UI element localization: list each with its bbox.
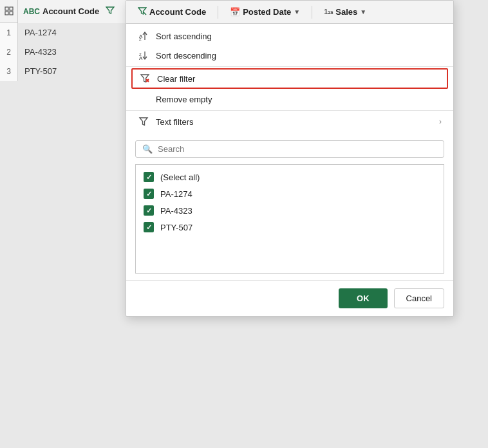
checklist-label-select-all: (Select all) — [160, 173, 200, 182]
cancel-button[interactable]: Cancel — [394, 288, 444, 308]
checkbox-pa1274[interactable] — [144, 189, 154, 199]
grid-header: ABC Account Code — [0, 0, 134, 23]
text-filters-item[interactable]: Text filters › — [126, 112, 453, 131]
chevron-down-icon-sales: ▼ — [360, 8, 366, 15]
sort-desc-label: Sort descending — [156, 51, 442, 61]
separator — [312, 6, 312, 19]
dropdown-col-account-code[interactable]: Account Code — [131, 6, 212, 17]
dropdown-col-sales[interactable]: 1₂₃ Sales ▼ — [317, 7, 373, 17]
row-number: 1 — [0, 23, 18, 42]
cell-account-code-2: PA-4323 — [18, 42, 134, 62]
sort-ascending-item[interactable]: A Z Sort ascending — [126, 26, 453, 46]
text-filters-label: Text filters — [156, 117, 433, 127]
table-row: 3 PTY-507 — [0, 62, 134, 81]
svg-rect-3 — [10, 12, 13, 15]
svg-line-4 — [144, 12, 146, 15]
spreadsheet: ABC Account Code 1 PA-1274 2 PA-4323 3 P… — [0, 0, 134, 81]
checklist-label-pa1274: PA-1274 — [160, 189, 192, 199]
svg-text:Z: Z — [139, 37, 142, 41]
clear-filter-label: Clear filter — [157, 74, 440, 84]
svg-rect-2 — [5, 12, 8, 15]
chevron-down-icon: ▼ — [294, 8, 300, 15]
column-header-label: Account Code — [42, 6, 99, 16]
dropdown-col-label-sales: Sales — [335, 7, 357, 17]
remove-empty-item[interactable]: Remove empty — [126, 90, 453, 109]
dropdown-col-posted-date[interactable]: 📅 Posted Date ▼ — [223, 7, 306, 17]
remove-empty-label: Remove empty — [138, 95, 442, 104]
dropdown-col-label-account-code: Account Code — [149, 7, 206, 17]
svg-rect-1 — [10, 7, 13, 10]
checkbox-select-all[interactable] — [144, 172, 154, 182]
svg-rect-0 — [5, 7, 8, 10]
separator — [218, 6, 218, 19]
table-row: 2 PA-4323 — [0, 42, 134, 62]
menu-items: A Z Sort ascending Z A — [126, 24, 453, 134]
cell-account-code-3: PTY-507 — [18, 62, 134, 81]
checkbox-pty507[interactable] — [144, 222, 154, 232]
svg-text:A: A — [139, 55, 143, 61]
number-icon: 1₂₃ — [324, 8, 333, 16]
search-area: 🔍 — [126, 134, 453, 160]
filter-icon — [138, 6, 147, 17]
sort-desc-icon: Z A — [138, 50, 149, 61]
checklist-label-pa4323: PA-4323 — [160, 206, 192, 216]
column-header-account-code[interactable]: ABC Account Code — [18, 0, 134, 23]
filter-button-account-code[interactable] — [104, 6, 116, 17]
dropdown-header: Account Code 📅 Posted Date ▼ 1₂₃ Sales ▼ — [126, 1, 453, 24]
sort-asc-label: Sort ascending — [156, 32, 442, 41]
checklist-item-pty507[interactable]: PTY-507 — [136, 219, 444, 236]
checklist-item-pa4323[interactable]: PA-4323 — [136, 202, 444, 219]
text-filters-icon — [138, 117, 149, 127]
clear-filter-item[interactable]: Clear filter — [131, 68, 448, 89]
search-box[interactable]: 🔍 — [135, 140, 444, 158]
checklist-label-pty507: PTY-507 — [160, 223, 192, 232]
text-icon: ABC — [23, 7, 40, 16]
search-icon: 🔍 — [142, 144, 153, 154]
footer: OK Cancel — [126, 280, 453, 316]
cell-account-code-1: PA-1274 — [18, 23, 134, 42]
table-row: 1 PA-1274 — [0, 23, 134, 42]
grid-corner-icon — [0, 0, 18, 23]
checklist-item-pa1274[interactable]: PA-1274 — [136, 185, 444, 202]
ok-button[interactable]: OK — [339, 288, 388, 308]
menu-divider-2 — [126, 110, 453, 111]
dropdown-col-label-posted-date: Posted Date — [243, 7, 291, 17]
checklist-item-select-all[interactable]: (Select all) — [136, 169, 444, 185]
row-number: 2 — [0, 42, 18, 62]
checklist: (Select all) PA-1274 PA-4323 PTY-507 — [135, 164, 444, 274]
sort-asc-icon: A Z — [138, 31, 149, 41]
clear-filter-icon — [139, 73, 151, 84]
filter-dropdown: Account Code 📅 Posted Date ▼ 1₂₃ Sales ▼ — [126, 0, 454, 317]
search-input[interactable] — [158, 144, 437, 154]
menu-divider — [126, 66, 453, 67]
row-number: 3 — [0, 62, 18, 81]
checkbox-pa4323[interactable] — [144, 205, 154, 216]
calendar-icon: 📅 — [230, 7, 240, 17]
chevron-right-icon: › — [439, 117, 442, 126]
sort-descending-item[interactable]: Z A Sort descending — [126, 46, 453, 65]
